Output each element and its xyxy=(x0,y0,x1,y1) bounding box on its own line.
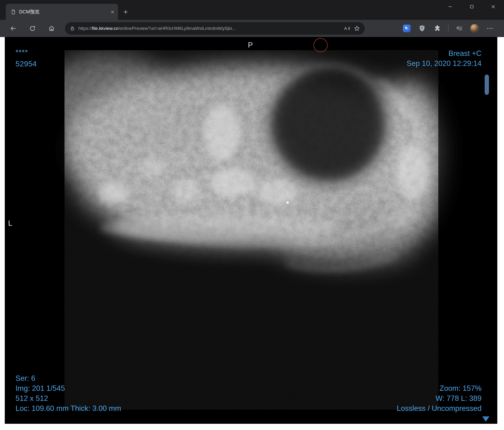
maximize-button[interactable] xyxy=(461,0,483,13)
translate-extension-icon xyxy=(403,25,411,32)
display-info-block: Zoom: 157% W: 778 L: 389 Lossless / Unco… xyxy=(397,383,482,413)
shield-letter: T xyxy=(421,26,423,30)
read-aloud-letter: A xyxy=(344,26,347,31)
favorites-hub-button[interactable] xyxy=(455,24,464,33)
patient-number: 52954 xyxy=(16,59,37,69)
new-tab-button[interactable] xyxy=(121,7,130,17)
puzzle-icon xyxy=(434,25,441,32)
profile-avatar[interactable] xyxy=(470,24,479,33)
dicom-canvas[interactable]: **** 52954 P L Breast +C Sep 10, 2020 12… xyxy=(5,37,497,424)
slice-location: Loc: 109.60 mm Thick: 3.00 mm xyxy=(16,403,121,413)
orientation-marker-posterior: P xyxy=(248,41,253,49)
page-background: **** 52954 P L Breast +C Sep 10, 2020 12… xyxy=(0,37,504,430)
study-name: Breast +C xyxy=(406,48,482,59)
window-controls xyxy=(440,0,504,13)
plus-icon xyxy=(123,9,128,15)
shield-extension-button[interactable]: T xyxy=(418,24,427,33)
favorite-star-icon[interactable] xyxy=(354,25,360,32)
matrix-size: 512 x 512 xyxy=(16,394,121,403)
close-button[interactable] xyxy=(483,0,504,13)
refresh-icon xyxy=(29,25,36,32)
tab-favicon-document-icon xyxy=(10,9,16,15)
series-number: Ser: 6 xyxy=(16,373,121,383)
extensions-puzzle-button[interactable] xyxy=(433,24,442,33)
extensions-area: T xyxy=(402,24,495,33)
close-icon xyxy=(491,4,496,9)
scrollbar-down-arrow[interactable] xyxy=(482,416,489,422)
favorites-hub-icon xyxy=(456,25,463,32)
more-dots-icon xyxy=(487,27,493,29)
tab-close-icon[interactable] xyxy=(110,10,115,14)
refresh-button[interactable] xyxy=(24,22,41,35)
series-info-block: Ser: 6 Img: 201 1/545 512 x 512 Loc: 109… xyxy=(16,373,121,413)
shield-icon: T xyxy=(419,25,425,32)
url-path: /onlinePreview?url=aHR0cHM6Ly9maWxlLmtrd… xyxy=(118,26,236,31)
image-number: Img: 201 1/545 xyxy=(16,383,121,394)
url-text[interactable]: https://file.kkview.cn/onlinePreview?url… xyxy=(78,26,340,31)
minimize-icon xyxy=(448,4,453,9)
navigation-toolbar: https://file.kkview.cn/onlinePreview?url… xyxy=(0,20,504,37)
annotation-circle xyxy=(313,38,328,52)
patient-id-masked: **** xyxy=(16,47,28,58)
address-bar[interactable]: https://file.kkview.cn/onlinePreview?url… xyxy=(65,22,365,35)
study-info-block: Breast +C Sep 10, 2020 12:29:14 xyxy=(406,48,482,69)
maximize-icon xyxy=(469,4,474,9)
back-button[interactable] xyxy=(5,22,22,35)
toolbar-divider xyxy=(448,25,449,32)
url-scheme: https:// xyxy=(78,26,92,31)
home-icon xyxy=(48,25,55,32)
home-button[interactable] xyxy=(43,22,60,35)
mri-image xyxy=(5,37,497,424)
lock-icon[interactable] xyxy=(70,26,75,31)
back-arrow-icon xyxy=(10,25,17,32)
url-domain: file.kkview.cn xyxy=(92,26,118,31)
scrollbar-thumb[interactable] xyxy=(485,74,489,95)
zoom-level: Zoom: 157% xyxy=(397,383,482,394)
minimize-button[interactable] xyxy=(440,0,461,13)
translate-extension-button[interactable] xyxy=(402,24,411,33)
compression-info: Lossless / Uncompressed xyxy=(397,403,482,413)
titlebar: DCM预览 xyxy=(0,0,504,20)
window-level: W: 778 L: 389 xyxy=(397,394,482,403)
browser-tab[interactable]: DCM预览 xyxy=(6,4,118,20)
read-aloud-icon[interactable]: A xyxy=(344,25,351,32)
orientation-marker-left: L xyxy=(8,219,12,228)
more-menu-button[interactable] xyxy=(485,24,495,33)
tab-title: DCM预览 xyxy=(19,9,107,15)
study-datetime: Sep 10, 2020 12:29:14 xyxy=(406,59,482,69)
